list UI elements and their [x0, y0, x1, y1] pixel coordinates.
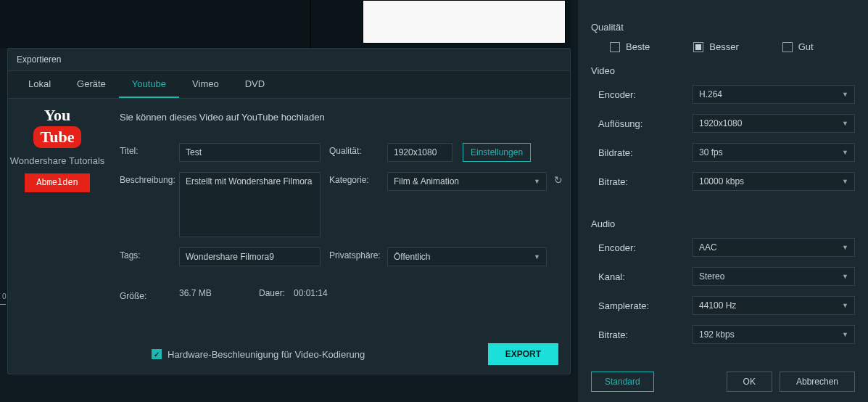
- size-value: 36.7 MB: [179, 288, 259, 301]
- description-label: Beschreibung:: [120, 172, 179, 185]
- quality-good-radio[interactable]: Gut: [782, 41, 814, 52]
- playhead-marker: [0, 304, 6, 305]
- export-footer: ✓ Hardware-Beschleunigung für Video-Kodi…: [152, 343, 558, 365]
- export-tabs: Lokal Geräte Youtube Vimeo DVD: [8, 70, 570, 99]
- channel-value: Stereo: [699, 271, 724, 282]
- channel-select[interactable]: Stereo ▼: [693, 267, 855, 286]
- chevron-down-icon: ▼: [842, 302, 848, 309]
- audio-encoder-value: AAC: [699, 242, 717, 253]
- duration-value: 00:01:14: [294, 288, 328, 301]
- audio-encoder-select[interactable]: AAC ▼: [693, 238, 855, 257]
- tab-device[interactable]: Geräte: [64, 71, 119, 98]
- samplerate-select[interactable]: 44100 Hz ▼: [693, 296, 855, 315]
- video-encoder-select[interactable]: H.264 ▼: [693, 85, 855, 104]
- video-bitrate-label: Bitrate:: [591, 176, 693, 187]
- youtube-account-name: Wondershare Tutorials: [8, 155, 107, 166]
- chevron-down-icon: ▼: [842, 244, 848, 251]
- quality-section-title: Qualität: [591, 22, 855, 33]
- audio-bitrate-value: 192 kbps: [699, 329, 735, 340]
- quality-value: 1920x1080: [387, 143, 452, 162]
- video-bitrate-value: 10000 kbps: [699, 176, 744, 186]
- category-select[interactable]: Film & Animation ▼: [387, 172, 547, 191]
- youtube-logo-you: You: [8, 106, 107, 125]
- samplerate-value: 44100 Hz: [699, 300, 736, 311]
- settings-panel-header: [591, 3, 855, 12]
- radio-icon: [782, 42, 793, 52]
- chevron-down-icon: ▼: [842, 91, 848, 98]
- quality-radio-group: Beste Besser Gut: [610, 41, 855, 52]
- video-encoder-label: Encoder:: [591, 89, 693, 100]
- video-preview-frame: [363, 0, 566, 44]
- checkbox-icon: ✓: [152, 349, 162, 359]
- privacy-label: Privatsphäre:: [329, 247, 387, 261]
- audio-section-title: Audio: [591, 218, 855, 229]
- duration-label: Dauer:: [259, 288, 294, 301]
- resolution-value: 1920x1080: [699, 118, 742, 128]
- refresh-icon[interactable]: ↻: [554, 172, 563, 186]
- youtube-intro-text: Sie können dieses Video auf YouTube hoch…: [120, 112, 563, 123]
- settings-panel: Qualität Beste Besser Gut Video Encoder:…: [578, 0, 868, 402]
- video-encoder-value: H.264: [699, 89, 722, 99]
- chevron-down-icon: ▼: [842, 178, 848, 185]
- quality-best-radio[interactable]: Beste: [610, 41, 650, 52]
- tab-dvd[interactable]: DVD: [232, 71, 278, 98]
- youtube-form: Sie können dieses Video auf YouTube hoch…: [107, 99, 570, 385]
- quality-best-label: Beste: [626, 41, 650, 52]
- hardware-accel-label: Hardware-Beschleunigung für Video-Kodier…: [168, 349, 365, 360]
- chevron-down-icon: ▼: [842, 149, 848, 156]
- export-dialog-title: Exportieren: [8, 49, 570, 70]
- ok-button[interactable]: OK: [727, 372, 772, 392]
- export-body: You Tube Wondershare Tutorials Abmelden …: [8, 99, 570, 385]
- resolution-label: Auflösung:: [591, 118, 693, 129]
- tags-label: Tags:: [120, 247, 179, 261]
- export-dialog: Exportieren Lokal Geräte Youtube Vimeo D…: [7, 48, 571, 374]
- timeline-remnant: 0: [0, 285, 7, 307]
- cancel-button[interactable]: Abbrechen: [780, 372, 855, 392]
- size-label: Größe:: [120, 288, 179, 301]
- privacy-value: Öffentlich: [394, 252, 430, 262]
- hardware-accel-checkbox[interactable]: ✓ Hardware-Beschleunigung für Video-Kodi…: [152, 349, 365, 360]
- tags-input[interactable]: [179, 247, 321, 266]
- category-value: Film & Animation: [394, 176, 459, 186]
- chevron-down-icon: ▼: [842, 273, 848, 280]
- audio-bitrate-label: Bitrate:: [591, 329, 693, 340]
- youtube-logo-tube: Tube: [33, 126, 82, 148]
- settings-button[interactable]: Einstellungen: [463, 143, 531, 162]
- youtube-account-column: You Tube Wondershare Tutorials Abmelden: [8, 99, 107, 385]
- tab-youtube[interactable]: Youtube: [119, 71, 179, 98]
- timeline-tick: 0: [2, 292, 7, 300]
- radio-icon: [610, 42, 620, 52]
- framerate-label: Bildrate:: [591, 147, 693, 158]
- quality-better-label: Besser: [709, 41, 738, 52]
- chevron-down-icon: ▼: [534, 178, 540, 185]
- standard-button[interactable]: Standard: [591, 372, 654, 392]
- video-section-title: Video: [591, 65, 855, 76]
- video-bitrate-select[interactable]: 10000 kbps ▼: [693, 172, 855, 191]
- audio-bitrate-select[interactable]: 192 kbps ▼: [693, 325, 855, 344]
- framerate-select[interactable]: 30 fps ▼: [693, 143, 855, 162]
- description-input[interactable]: [179, 172, 321, 237]
- chevron-down-icon: ▼: [534, 253, 540, 261]
- quality-label: Qualität:: [329, 143, 387, 156]
- radio-icon: [693, 42, 703, 52]
- chevron-down-icon: ▼: [842, 331, 848, 338]
- framerate-value: 30 fps: [699, 147, 723, 157]
- chevron-down-icon: ▼: [842, 120, 848, 127]
- settings-footer: Standard OK Abbrechen: [591, 372, 855, 392]
- quality-better-radio[interactable]: Besser: [693, 41, 738, 52]
- category-label: Kategorie:: [329, 172, 387, 185]
- quality-good-label: Gut: [798, 41, 814, 52]
- logout-button[interactable]: Abmelden: [25, 173, 90, 192]
- title-label: Titel:: [120, 143, 179, 156]
- resolution-select[interactable]: 1920x1080 ▼: [693, 114, 855, 133]
- tab-vimeo[interactable]: Vimeo: [179, 71, 232, 98]
- title-input[interactable]: [179, 143, 321, 162]
- youtube-logo: You Tube: [8, 106, 107, 148]
- tab-local[interactable]: Lokal: [15, 71, 64, 98]
- background-preview: [0, 0, 571, 48]
- channel-label: Kanal:: [591, 271, 693, 282]
- audio-encoder-label: Encoder:: [591, 242, 693, 253]
- export-button[interactable]: EXPORT: [488, 343, 558, 365]
- samplerate-label: Samplerate:: [591, 300, 693, 311]
- privacy-select[interactable]: Öffentlich ▼: [387, 247, 547, 266]
